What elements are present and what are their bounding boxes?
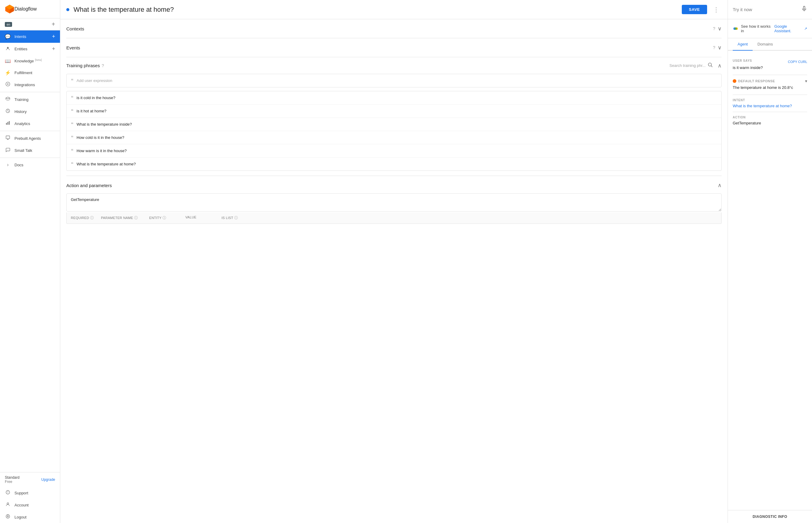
- phrase-text: is it cold in the house?: [76, 95, 116, 100]
- add-expression-input[interactable]: ❝ Add user expression: [66, 74, 722, 87]
- copy-curl-button[interactable]: COPY CURL: [788, 60, 807, 64]
- google-assistant-icon: [733, 25, 739, 32]
- prebuilt-agents-label: Prebuilt Agents: [15, 136, 55, 141]
- action-value: GetTemperature: [733, 121, 807, 125]
- svg-rect-11: [6, 136, 10, 139]
- action-section: ACTION GetTemperature: [733, 112, 807, 130]
- tabs-row: Agent Domains: [728, 38, 812, 51]
- action-params-title: Action and parameters: [66, 183, 715, 188]
- contexts-section-header[interactable]: Contexts ? ∨: [66, 24, 722, 33]
- page-header: What is the temperature at home? SAVE ⋮: [60, 0, 728, 19]
- sidebar: Dialogflow en + 💬 Intents + Entities + 📖…: [0, 0, 60, 523]
- language-row: en +: [0, 18, 60, 31]
- add-expression-placeholder: Add user expression: [76, 78, 112, 83]
- training-phrases-help-icon[interactable]: ?: [102, 63, 104, 68]
- add-intent-button[interactable]: +: [52, 33, 55, 40]
- training-chevron: ∧: [718, 62, 722, 69]
- sidebar-item-docs[interactable]: › Docs: [0, 159, 60, 170]
- intent-title[interactable]: What is the temperature at home?: [73, 6, 682, 14]
- tab-agent[interactable]: Agent: [733, 38, 753, 51]
- sidebar-item-entities[interactable]: Entities +: [0, 43, 60, 55]
- intent-label: INTENT: [733, 98, 807, 102]
- sidebar-item-knowledge[interactable]: 📖 Knowledge [beta]: [0, 55, 60, 67]
- quote-icon: ❝: [71, 135, 73, 140]
- svg-point-18: [708, 63, 712, 66]
- training-icon: [5, 96, 11, 103]
- add-entity-button[interactable]: +: [52, 46, 55, 52]
- language-badge[interactable]: en: [5, 22, 12, 27]
- default-response-dropdown-icon[interactable]: ▾: [805, 79, 807, 84]
- phrase-item[interactable]: ❝ How warm is it in the house?: [67, 144, 721, 158]
- sidebar-item-prebuilt-agents[interactable]: Prebuilt Agents: [0, 132, 60, 144]
- main-content: What is the temperature at home? SAVE ⋮ …: [60, 0, 728, 523]
- sidebar-item-fulfillment[interactable]: ⚡ Fulfillment: [0, 67, 60, 79]
- events-help-icon[interactable]: ?: [713, 45, 715, 50]
- right-panel-header: Try it now: [728, 0, 812, 19]
- diagnostic-info-button[interactable]: DIAGNOSTIC INFO: [728, 510, 812, 523]
- sidebar-item-history[interactable]: History: [0, 105, 60, 118]
- sidebar-bottom: Standard Free Upgrade ? Support Account …: [0, 472, 60, 523]
- add-language-button[interactable]: +: [52, 21, 55, 28]
- intent-value-link[interactable]: What is the temperature at home?: [733, 104, 807, 108]
- sidebar-item-label: Intents: [15, 34, 52, 39]
- more-options-icon[interactable]: ⋮: [711, 4, 722, 16]
- knowledge-label: Knowledge [beta]: [15, 58, 55, 63]
- support-label: Support: [15, 491, 55, 495]
- phrase-item[interactable]: ❝ How cold is it in the house?: [67, 131, 721, 144]
- sidebar-item-analytics[interactable]: Analytics: [0, 118, 60, 129]
- search-training-icon[interactable]: [707, 62, 713, 69]
- svg-point-14: [7, 503, 8, 504]
- sidebar-item-training[interactable]: Training: [0, 93, 60, 105]
- phrase-text: How warm is it in the house?: [76, 148, 127, 153]
- history-label: History: [15, 109, 55, 114]
- required-col-header: REQUIRED ⓘ: [71, 215, 101, 220]
- search-training-placeholder: Search training phr...: [669, 63, 706, 68]
- training-phrases-header: Training phrases ? Search training phr..…: [66, 62, 722, 69]
- sidebar-item-logout[interactable]: Logout: [0, 511, 60, 523]
- tab-domains[interactable]: Domains: [753, 38, 778, 51]
- google-assistant-link[interactable]: Google Assistant.: [774, 24, 804, 33]
- right-panel-body: USER SAYS COPY CURL is it warm inside? D…: [728, 51, 812, 510]
- user-says-value: is it warm inside?: [733, 65, 807, 70]
- param-name-col-header: PARAMETER NAME ⓘ: [101, 215, 149, 220]
- sidebar-item-integrations[interactable]: Integrations: [0, 79, 60, 91]
- microphone-icon[interactable]: [801, 6, 807, 13]
- entities-label: Entities: [15, 47, 52, 51]
- events-section-header[interactable]: Events ? ∨: [66, 43, 722, 52]
- default-response-section: DEFAULT RESPONSE ▾ The temperature at ho…: [733, 75, 807, 95]
- sidebar-item-support[interactable]: ? Support: [0, 487, 60, 499]
- prebuilt-agents-icon: [5, 135, 11, 141]
- sidebar-item-small-talk[interactable]: Small Talk: [0, 144, 60, 156]
- phrase-item[interactable]: ❝ What is the temperature at home?: [67, 158, 721, 170]
- phrase-item[interactable]: ❝ What is the temperature inside?: [67, 118, 721, 131]
- sidebar-item-account[interactable]: Account: [0, 499, 60, 511]
- entity-col-header: ENTITY ⓘ: [149, 215, 186, 220]
- quote-icon: ❝: [71, 148, 73, 154]
- params-table-header: REQUIRED ⓘ PARAMETER NAME ⓘ ENTITY ⓘ VAL…: [66, 212, 722, 224]
- svg-point-6: [7, 84, 8, 85]
- phrase-item[interactable]: ❝ is it cold in the house?: [67, 91, 721, 105]
- phrase-item[interactable]: ❝ is it hot at home?: [67, 105, 721, 118]
- save-button[interactable]: SAVE: [682, 5, 707, 14]
- quote-icon: ❝: [71, 95, 73, 101]
- content-area: Contexts ? ∨ Events ? ∨ Training phrases…: [60, 19, 728, 523]
- phrase-text: What is the temperature inside?: [76, 122, 132, 127]
- action-params-header[interactable]: Action and parameters ∧: [66, 181, 722, 190]
- svg-rect-9: [7, 122, 8, 125]
- docs-expand-icon: ›: [5, 162, 11, 167]
- phrase-text: How cold is it in the house?: [76, 135, 124, 140]
- external-link-icon: ↗: [804, 26, 807, 31]
- google-assistant-row: See how it works in Google Assistant. ↗: [728, 19, 812, 38]
- upgrade-button[interactable]: Upgrade: [41, 477, 55, 482]
- integrations-icon: [5, 82, 11, 88]
- action-input[interactable]: GetTemperature: [66, 194, 722, 212]
- fulfillment-label: Fulfillment: [15, 71, 55, 75]
- sidebar-item-intents[interactable]: 💬 Intents +: [0, 31, 60, 43]
- integrations-label: Integrations: [15, 83, 55, 87]
- phrase-text: is it hot at home?: [76, 109, 106, 113]
- logo-text: Dialogflow: [15, 6, 37, 12]
- contexts-help-icon[interactable]: ?: [713, 26, 715, 31]
- events-title: Events: [66, 45, 711, 50]
- user-says-label: USER SAYS: [733, 59, 752, 62]
- analytics-label: Analytics: [15, 122, 55, 126]
